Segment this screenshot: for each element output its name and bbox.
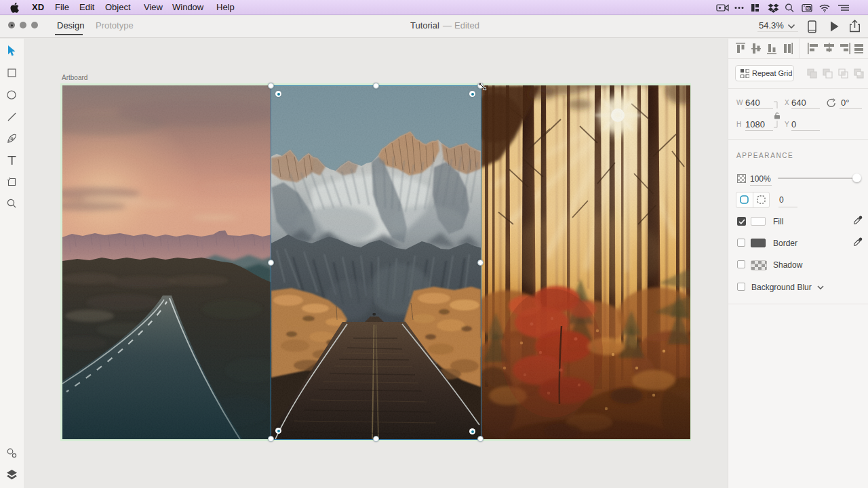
svg-text:36: 36 xyxy=(807,6,811,10)
